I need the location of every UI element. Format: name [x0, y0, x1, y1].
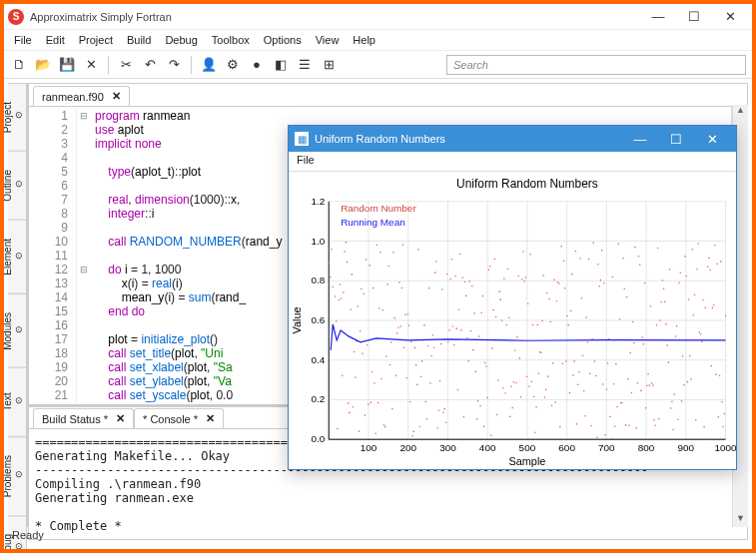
- svg-point-54: [347, 262, 349, 264]
- close-button[interactable]: ✕: [712, 5, 748, 29]
- svg-point-169: [483, 425, 485, 427]
- svg-point-252: [582, 354, 584, 356]
- svg-point-63: [357, 305, 359, 307]
- svg-point-71: [367, 344, 369, 346]
- svg-point-205: [526, 375, 528, 377]
- bottom-tab-buildstatus[interactable]: Build Status *✕: [33, 408, 134, 428]
- svg-point-253: [583, 390, 585, 392]
- tool1-icon[interactable]: ◧: [272, 56, 290, 74]
- svg-point-197: [516, 336, 518, 338]
- svg-point-267: [600, 279, 602, 281]
- svg-point-251: [581, 297, 583, 299]
- svg-point-364: [715, 373, 717, 375]
- svg-text:600: 600: [558, 442, 575, 453]
- svg-point-124: [429, 382, 431, 384]
- svg-point-360: [710, 365, 712, 367]
- tool2-icon[interactable]: ☰: [296, 56, 314, 74]
- minimize-button[interactable]: —: [640, 5, 676, 29]
- scroll-down-icon[interactable]: ▼: [733, 513, 748, 527]
- svg-point-114: [417, 249, 419, 251]
- menu-toolbox[interactable]: Toolbox: [206, 32, 256, 48]
- svg-point-105: [407, 313, 409, 315]
- svg-point-77: [374, 382, 376, 384]
- svg-point-357: [707, 266, 709, 268]
- svg-point-134: [441, 288, 443, 290]
- svg-point-301: [640, 390, 642, 392]
- svg-point-262: [594, 360, 596, 362]
- sidetab-outline[interactable]: ⊙Outline: [8, 151, 27, 221]
- run-icon[interactable]: ●: [248, 56, 266, 74]
- menu-project[interactable]: Project: [73, 32, 119, 48]
- gear-icon[interactable]: ⚙: [224, 56, 242, 74]
- svg-point-178: [494, 259, 496, 261]
- tool3-icon[interactable]: ⊞: [320, 56, 338, 74]
- menu-build[interactable]: Build: [121, 32, 157, 48]
- plot-close-button[interactable]: ✕: [694, 126, 730, 152]
- menu-edit[interactable]: Edit: [40, 32, 71, 48]
- close-tab-icon[interactable]: ✕: [206, 412, 215, 425]
- plot-titlebar[interactable]: ▦ Uniform Random Numbers — ☐ ✕: [289, 126, 736, 152]
- sidetab-text-search[interactable]: ⊙Text Search: [8, 367, 27, 437]
- sidetab-problems[interactable]: ⊙Problems: [8, 436, 27, 516]
- svg-point-291: [628, 425, 630, 427]
- bottom-tab-console[interactable]: * Console *✕: [134, 408, 224, 428]
- svg-text:400: 400: [479, 442, 496, 453]
- svg-point-293: [631, 392, 633, 394]
- svg-point-135: [442, 411, 444, 413]
- svg-point-167: [480, 312, 482, 314]
- svg-point-227: [552, 362, 554, 364]
- open-icon[interactable]: 📂: [34, 56, 52, 74]
- svg-point-324: [668, 361, 670, 363]
- search-input[interactable]: Search: [446, 55, 746, 75]
- svg-point-366: [718, 416, 720, 418]
- close-tab-icon[interactable]: ✕: [112, 90, 121, 103]
- redo-icon[interactable]: ↷: [165, 56, 183, 74]
- app-title: Approximatrix Simply Fortran: [30, 11, 172, 23]
- menu-file[interactable]: File: [8, 32, 38, 48]
- menu-options[interactable]: Options: [258, 32, 308, 48]
- svg-text:800: 800: [638, 442, 655, 453]
- menu-help[interactable]: Help: [347, 32, 381, 48]
- sidetab-project[interactable]: ⊙Project: [8, 83, 27, 152]
- svg-point-209: [530, 381, 532, 383]
- svg-point-51: [343, 291, 345, 293]
- svg-point-146: [455, 327, 457, 329]
- svg-point-355: [705, 307, 707, 309]
- new-icon[interactable]: 🗋: [10, 56, 28, 74]
- build-icon[interactable]: 👤: [200, 56, 218, 74]
- svg-point-153: [464, 281, 466, 283]
- svg-point-210: [532, 324, 534, 326]
- plot-window[interactable]: ▦ Uniform Random Numbers — ☐ ✕ File Unif…: [288, 125, 737, 470]
- maximize-button[interactable]: ☐: [676, 5, 712, 29]
- svg-point-55: [348, 402, 350, 404]
- menubar: FileEditProjectBuildDebugToolboxOptionsV…: [4, 30, 752, 51]
- editor-tab[interactable]: ranmean.f90 ✕: [33, 86, 130, 106]
- sidetab-modules[interactable]: ⊙Modules: [8, 293, 27, 369]
- cut-icon[interactable]: ✂: [117, 56, 135, 74]
- close-file-icon[interactable]: ✕: [82, 56, 100, 74]
- svg-point-228: [553, 279, 555, 281]
- sidetab-element-search[interactable]: ⊙Element Search: [8, 220, 27, 294]
- undo-icon[interactable]: ↶: [141, 56, 159, 74]
- svg-point-104: [405, 377, 407, 379]
- close-tab-icon[interactable]: ✕: [116, 412, 125, 425]
- svg-point-219: [542, 275, 544, 276]
- svg-point-320: [663, 287, 665, 289]
- svg-point-329: [674, 393, 676, 395]
- plot-maximize-button[interactable]: ☐: [658, 126, 694, 152]
- status-bar: Ready: [8, 529, 748, 545]
- plot-minimize-button[interactable]: —: [622, 126, 658, 152]
- svg-point-282: [617, 243, 619, 245]
- plot-file-menu[interactable]: File: [297, 154, 315, 166]
- menu-debug[interactable]: Debug: [159, 32, 203, 48]
- svg-point-254: [584, 415, 586, 417]
- svg-point-237: [564, 287, 566, 289]
- save-icon[interactable]: 💾: [58, 56, 76, 74]
- svg-point-190: [508, 316, 510, 318]
- svg-point-193: [511, 407, 513, 409]
- svg-point-317: [659, 319, 661, 321]
- svg-point-202: [522, 251, 524, 253]
- svg-point-46: [337, 428, 339, 430]
- scroll-up-icon[interactable]: ▲: [733, 105, 748, 119]
- menu-view[interactable]: View: [310, 32, 346, 48]
